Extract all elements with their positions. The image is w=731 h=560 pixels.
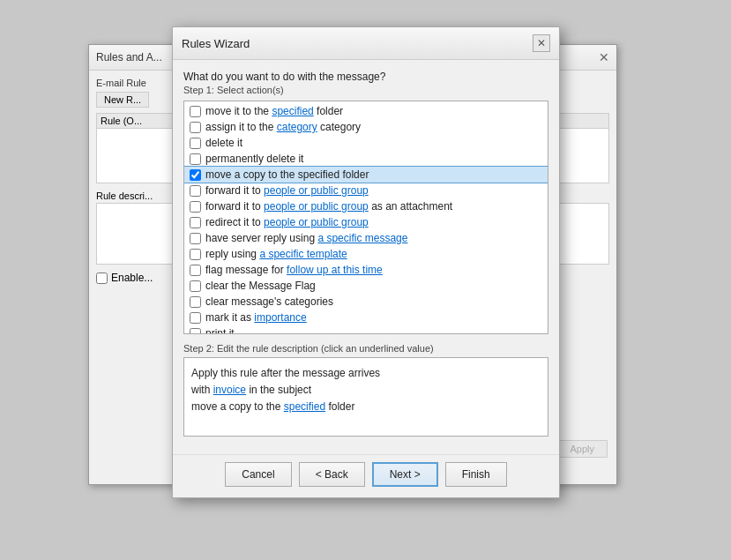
next-button[interactable]: Next >: [372, 462, 438, 487]
dialog-question: What do you want to do with the message?: [183, 71, 548, 83]
bg-title: Rules and A...: [96, 51, 162, 63]
action1-checkbox[interactable]: [190, 106, 201, 117]
list-item[interactable]: print it: [184, 325, 548, 333]
action11-checkbox[interactable]: [190, 265, 201, 276]
cancel-button[interactable]: Cancel: [225, 462, 291, 487]
dialog-body: What do you want to do with the message?…: [173, 60, 559, 454]
back-button[interactable]: < Back: [299, 462, 365, 487]
step2-line3: move a copy to the specified folder: [191, 399, 541, 415]
action15-checkbox[interactable]: [190, 328, 201, 334]
list-item[interactable]: clear message's categories: [184, 294, 548, 310]
bg-apply-area: Apply: [556, 440, 608, 458]
action6-checkbox[interactable]: [190, 185, 201, 197]
step2-specified-link[interactable]: specified: [284, 400, 325, 413]
bg-enable-checkbox[interactable]: [96, 273, 108, 284]
action10-checkbox[interactable]: [190, 249, 201, 260]
action8-link[interactable]: people or public group: [264, 216, 369, 228]
dialog-step1-label: Step 1: Select action(s): [183, 85, 548, 95]
list-item[interactable]: move it to the specified folder: [184, 103, 548, 119]
list-item[interactable]: delete it: [184, 135, 548, 151]
action13-checkbox[interactable]: [190, 296, 201, 308]
action12-checkbox[interactable]: [190, 280, 201, 292]
bg-apply-btn[interactable]: Apply: [556, 440, 608, 458]
list-item[interactable]: reply using a specific template: [184, 246, 548, 262]
action12-text: clear the Message Flag: [205, 280, 316, 292]
action15-text: print it: [205, 327, 235, 333]
list-item[interactable]: redirect it to people or public group: [184, 214, 548, 230]
dialog-buttons: Cancel < Back Next > Finish: [173, 454, 559, 497]
list-item-checked[interactable]: move a copy to the specified folder: [184, 167, 548, 183]
step2-line3-prefix: move a copy to the: [191, 400, 284, 413]
action14-checkbox[interactable]: [190, 312, 201, 324]
list-item[interactable]: flag message for follow up at this time: [184, 262, 548, 278]
action1-link[interactable]: specified: [272, 105, 313, 117]
action9-link[interactable]: a specific message: [317, 232, 407, 244]
step2-line2: with invoice in the subject: [191, 382, 541, 399]
bg-rule-col-label: Rule (O...: [101, 116, 142, 126]
action8-checkbox[interactable]: [190, 217, 201, 228]
bg-enable-label: Enable...: [111, 272, 153, 284]
action5-checkbox[interactable]: [190, 169, 201, 181]
action14-text: mark it as importance: [205, 311, 307, 324]
list-item[interactable]: mark it as importance: [184, 310, 548, 325]
step2-line3-suffix: folder: [325, 400, 354, 413]
rules-wizard-dialog: Rules Wizard ✕ What do you want to do wi…: [172, 26, 560, 498]
dialog-close-button[interactable]: ✕: [533, 34, 550, 52]
action6-link[interactable]: people or public group: [264, 184, 369, 197]
dialog-title: Rules Wizard: [182, 37, 250, 50]
action4-checkbox[interactable]: [190, 153, 201, 165]
action2-text: assign it to the category category: [205, 121, 361, 133]
bg-close-icon[interactable]: ✕: [599, 50, 609, 64]
action11-link[interactable]: follow up at this time: [287, 264, 383, 276]
dialog-titlebar: Rules Wizard ✕: [173, 27, 559, 60]
step2-line2-suffix: in the subject: [246, 384, 311, 396]
action1-text: move it to the specified folder: [205, 105, 343, 117]
list-item[interactable]: forward it to people or public group: [184, 183, 548, 198]
action9-text: have server reply using a specific messa…: [205, 232, 407, 244]
action8-text: redirect it to people or public group: [205, 216, 369, 228]
step2-invoice-link[interactable]: invoice: [213, 384, 246, 396]
action10-link[interactable]: a specific template: [259, 248, 347, 260]
action2-link[interactable]: category: [277, 121, 317, 133]
action2-checkbox[interactable]: [190, 122, 201, 133]
action5-text: move a copy to the specified folder: [205, 168, 369, 181]
action-list-container: move it to the specified folder assign i…: [183, 101, 548, 334]
list-item[interactable]: clear the Message Flag: [184, 278, 548, 294]
step2-line2-prefix: with: [191, 384, 213, 396]
action10-text: reply using a specific template: [205, 248, 347, 260]
dialog-step2-label: Step 2: Edit the rule description (click…: [183, 343, 548, 354]
list-item[interactable]: permanently delete it: [184, 151, 548, 167]
action3-checkbox[interactable]: [190, 138, 201, 149]
action13-text: clear message's categories: [205, 295, 333, 308]
action4-text: permanently delete it: [205, 153, 303, 165]
step2-line1: Apply this rule after the message arrive…: [191, 365, 541, 382]
action3-text: delete it: [205, 137, 242, 149]
action11-text: flag message for follow up at this time: [205, 264, 383, 276]
finish-button[interactable]: Finish: [445, 462, 507, 487]
list-item[interactable]: have server reply using a specific messa…: [184, 230, 548, 246]
list-item[interactable]: assign it to the category category: [184, 119, 548, 135]
action9-checkbox[interactable]: [190, 233, 201, 244]
action14-link[interactable]: importance: [254, 311, 306, 324]
action7-checkbox[interactable]: [190, 201, 201, 213]
action6-text: forward it to people or public group: [205, 184, 369, 197]
action7-text: forward it to people or public group as …: [205, 200, 452, 213]
dialog-step2-area: Apply this rule after the message arrive…: [183, 357, 548, 437]
action7-link[interactable]: people or public group: [264, 200, 369, 213]
bg-new-rule-btn[interactable]: New R...: [96, 92, 149, 108]
action-list: move it to the specified folder assign i…: [184, 101, 548, 333]
list-item[interactable]: forward it to people or public group as …: [184, 198, 548, 214]
